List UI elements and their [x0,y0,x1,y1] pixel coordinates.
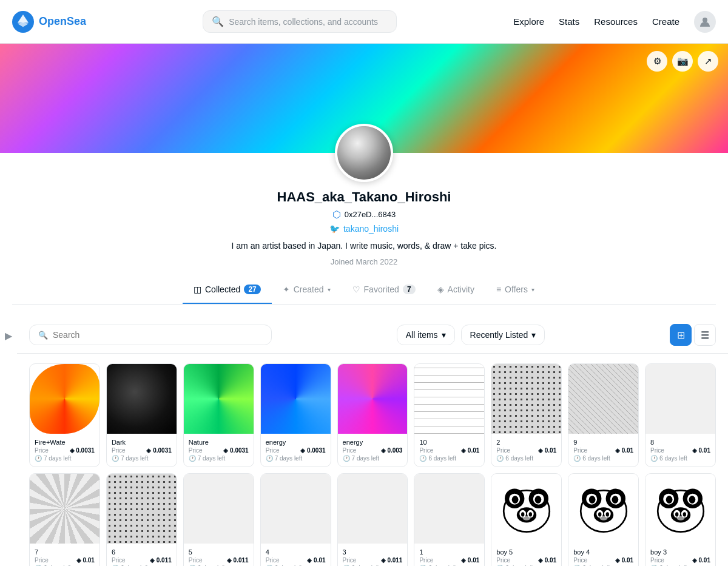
user-avatar[interactable] [694,11,716,33]
nft-price-value: ◈ 0.01 [615,557,633,564]
nft-price-row: Price ◈ 0.01 [496,557,556,564]
nft-time: 7 days left [198,455,226,462]
clock-icon: 🕐 [419,455,426,462]
nft-image [568,364,638,434]
nft-image [261,474,331,544]
favorited-label: Favorited [364,285,399,294]
nft-price-label: Price [419,447,433,454]
nft-price-row: Price ◈ 0.01 [573,447,633,454]
nft-card[interactable]: energy Price ◈ 0.003 🕐 7 days left [337,363,408,467]
nft-name: Fire+Wate [35,439,95,446]
tab-activity[interactable]: ◈ Activity [426,276,485,304]
nft-image [261,364,331,434]
nft-name: 2 [496,439,556,446]
item-search-input[interactable] [53,330,263,340]
instagram-button[interactable]: 📷 [672,51,693,72]
sort-dropdown[interactable]: Recently Listed ▾ [461,325,545,345]
activity-label: Activity [448,285,474,294]
nft-price-row: Price ◈ 0.01 [35,557,95,564]
tab-offers[interactable]: ≡ Offers ▾ [485,276,545,304]
svg-point-26 [605,513,608,517]
navbar-links: Explore Stats Resources Create [513,11,716,33]
nft-image [30,364,99,434]
sidebar-toggle[interactable]: ▶ [0,317,17,566]
profile-address[interactable]: ⬡ 0x27eD...6843 [332,209,396,220]
offers-icon: ≡ [496,285,501,294]
nft-card[interactable]: 7 Price ◈ 0.01 🕐 6 days left [29,473,100,566]
nft-card[interactable]: 2 Price ◈ 0.01 🕐 6 days left [491,363,562,467]
nft-meta: 🕐 7 days left [35,455,95,462]
nft-price-row: Price ◈ 0.011 [112,557,172,564]
tab-collected[interactable]: ◫ Collected 27 [183,276,272,304]
collected-icon: ◫ [194,285,201,294]
nft-meta: 🕐 6 days left [496,455,556,462]
nav-explore[interactable]: Explore [513,16,544,27]
nft-card[interactable]: energy Price ◈ 0.0031 🕐 7 days left [260,363,331,467]
nft-card[interactable]: 10 Price ◈ 0.01 🕐 6 days left [414,363,485,467]
nft-meta: 🕐 7 days left [112,455,172,462]
clock-icon: 🕐 [573,455,581,462]
item-search-container: 🔍 [29,325,272,345]
svg-point-39 [682,513,686,517]
nft-card[interactable]: 8 Price ◈ 0.01 🕐 6 days left [645,363,716,467]
nft-card[interactable]: boy 3 Price ◈ 0.01 🕐 6 days left [645,473,716,566]
nft-price-row: Price ◈ 0.0031 [35,447,95,454]
nft-card[interactable]: 3 Price ◈ 0.011 🕐 6 days left [337,473,408,566]
nft-price-row: Price ◈ 0.01 [419,447,479,454]
nft-price-row: Price ◈ 0.011 [189,557,249,564]
twitter-icon: 🐦 [329,224,340,234]
nft-card[interactable]: 1 Price ◈ 0.01 🕐 6 days left [414,473,485,566]
nft-price-row: Price ◈ 0.0031 [189,447,249,454]
nft-price-value: ◈ 0.01 [76,557,95,564]
nft-price-label: Price [112,557,126,564]
main-content: 🔍 All items ▾ Recently Listed ▾ ⊞ ☰ [17,317,728,566]
profile-twitter-link[interactable]: 🐦 takano_hiroshi [329,224,399,234]
grid-view-button[interactable]: ⊞ [670,324,692,346]
share-button[interactable]: ↗ [698,51,718,72]
nft-time: 6 days left [505,455,533,462]
favorited-count: 7 [403,285,416,294]
clock-icon: 🕐 [496,455,504,462]
settings-button[interactable]: ⚙ [647,51,667,72]
nft-price-row: Price ◈ 0.01 [266,557,326,564]
tab-created[interactable]: ✦ Created ▾ [272,276,342,304]
all-items-dropdown[interactable]: All items ▾ [397,325,455,345]
nft-image [338,474,408,544]
nft-card[interactable]: boy 5 Price ◈ 0.01 🕐 6 days left [491,473,562,566]
nft-card[interactable]: 4 Price ◈ 0.01 🕐 6 days left [260,473,331,566]
nft-price-label: Price [573,447,587,454]
search-input[interactable] [229,17,388,27]
nft-name: 1 [419,548,479,556]
tab-favorited[interactable]: ♡ Favorited 7 [342,276,426,304]
nav-create[interactable]: Create [652,16,679,27]
address-text: 0x27eD...6843 [345,210,396,219]
profile-joined: Joined March 2022 [331,257,398,266]
svg-point-38 [675,513,678,517]
nft-info: 5 Price ◈ 0.011 🕐 6 days left [184,544,254,566]
nft-card[interactable]: 5 Price ◈ 0.011 🕐 6 days left [183,473,254,566]
nft-card[interactable]: Nature Price ◈ 0.0031 🕐 7 days left [183,363,254,467]
opensea-logo[interactable]: OpenSea [12,11,86,33]
nft-price-value: ◈ 0.01 [615,447,633,454]
nft-price-label: Price [573,557,587,564]
tabs-bar: ◫ Collected 27 ✦ Created ▾ ♡ Favorited 7… [12,276,716,305]
nft-price-label: Price [650,557,664,564]
nft-card[interactable]: Dark Price ◈ 0.0031 🕐 7 days left [106,363,177,467]
nft-card[interactable]: Fire+Wate Price ◈ 0.0031 🕐 7 days left [29,363,100,467]
nav-resources[interactable]: Resources [594,16,638,27]
nft-price-value: ◈ 0.003 [381,447,403,454]
nft-card[interactable]: 9 Price ◈ 0.01 🕐 6 days left [568,363,639,467]
nav-stats[interactable]: Stats [559,16,579,27]
nft-info: boy 5 Price ◈ 0.01 🕐 6 days left [491,544,561,566]
nft-card[interactable]: boy 4 Price ◈ 0.01 🕐 6 days left [568,473,639,566]
view-toggles: ⊞ ☰ [670,324,716,346]
list-view-button[interactable]: ☰ [694,324,716,346]
offers-chevron: ▾ [531,286,534,293]
nft-info: 9 Price ◈ 0.01 🕐 6 days left [568,434,638,467]
nft-card[interactable]: 6 Price ◈ 0.011 🕐 6 days left [106,473,177,566]
nft-info: Nature Price ◈ 0.0031 🕐 7 days left [184,434,254,467]
nft-name: energy [266,439,326,446]
svg-point-25 [598,513,601,517]
nft-price-value: ◈ 0.01 [461,557,479,564]
nft-price-row: Price ◈ 0.0031 [266,447,326,454]
